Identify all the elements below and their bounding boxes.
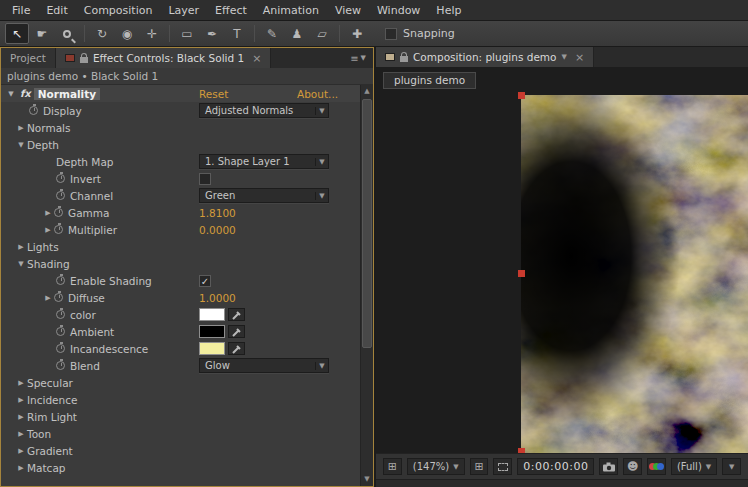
twirl-right-icon[interactable]: ▶ xyxy=(15,396,27,404)
effect-row-gamma[interactable]: ▶Gamma1.8100 xyxy=(1,204,373,221)
pen-tool[interactable]: ✒ xyxy=(200,23,224,44)
display-dropdown[interactable]: Adjusted Normals▼ xyxy=(199,103,329,118)
eraser-tool[interactable]: ▱ xyxy=(310,23,334,44)
shape-tool[interactable]: ▭ xyxy=(175,23,199,44)
effect-row-diffuse[interactable]: ▶Diffuse1.0000 xyxy=(1,289,373,306)
stopwatch-icon[interactable] xyxy=(56,344,65,353)
puppet-pin-tool[interactable]: ✚ xyxy=(345,23,369,44)
menu-help[interactable]: Help xyxy=(428,0,469,21)
scrollbar-thumb[interactable] xyxy=(362,99,372,348)
ambient-swatch[interactable] xyxy=(199,325,225,338)
effect-row-specular[interactable]: ▶Specular xyxy=(1,374,373,391)
effect-row-incidence[interactable]: ▶Incidence xyxy=(1,391,373,408)
show-snapshot-icon[interactable]: ☻ xyxy=(623,458,642,475)
effect-row-enable-shading[interactable]: Enable Shading✓ xyxy=(1,272,373,289)
twirl-right-icon[interactable]: ▶ xyxy=(15,447,27,455)
snapshot-camera-icon[interactable] xyxy=(599,458,618,475)
brush-tool[interactable]: ✎ xyxy=(260,23,284,44)
menu-effect[interactable]: Effect xyxy=(207,0,255,21)
stopwatch-icon[interactable] xyxy=(56,174,65,183)
close-tab-icon[interactable]: × xyxy=(249,53,261,64)
menu-edit[interactable]: Edit xyxy=(38,0,75,21)
reset-link[interactable]: Reset xyxy=(199,88,228,100)
enable-shading-checkbox[interactable]: ✓ xyxy=(199,275,211,287)
twirl-right-icon[interactable]: ▶ xyxy=(42,226,54,234)
panel-menu-button[interactable]: ≡ ▼ xyxy=(343,48,373,68)
stopwatch-icon[interactable] xyxy=(54,225,63,234)
incandescence-swatch[interactable] xyxy=(199,342,225,355)
vertical-scrollbar[interactable]: ▲ ▼ xyxy=(360,85,373,486)
chevron-down-icon[interactable]: ▼ xyxy=(562,53,567,61)
composition-frame[interactable] xyxy=(521,95,748,453)
invert-checkbox[interactable] xyxy=(199,173,211,185)
stopwatch-icon[interactable] xyxy=(56,191,65,200)
effect-row-toon[interactable]: ▶Toon xyxy=(1,425,373,442)
region-of-interest-icon[interactable] xyxy=(493,458,512,475)
stopwatch-icon[interactable] xyxy=(56,276,65,285)
tab-effect-controls[interactable]: Effect Controls: Black Solid 1 × xyxy=(56,48,271,68)
effect-row-color[interactable]: color xyxy=(1,306,373,323)
composition-name-button[interactable]: plugins demo xyxy=(383,72,476,89)
effect-row-invert[interactable]: Invert xyxy=(1,170,373,187)
twirl-right-icon[interactable]: ▶ xyxy=(15,379,27,387)
effect-row-shading[interactable]: ▼Shading xyxy=(1,255,373,272)
layer-handle-mid-left[interactable] xyxy=(518,270,525,277)
channel-dropdown[interactable]: Green▼ xyxy=(199,188,329,203)
stopwatch-icon[interactable] xyxy=(54,293,63,302)
resolution-select[interactable]: (Full) ▼ xyxy=(671,458,717,475)
diffuse-value[interactable]: 1.0000 xyxy=(199,292,236,304)
menu-animation[interactable]: Animation xyxy=(255,0,327,21)
multiplier-value[interactable]: 0.0000 xyxy=(199,224,236,236)
safe-zones-icon[interactable]: ⊞ xyxy=(470,458,489,475)
eyedropper-icon[interactable] xyxy=(228,325,245,338)
twirl-down-icon[interactable]: ▼ xyxy=(15,260,27,268)
timecode-display[interactable]: 0:00:00:00 xyxy=(517,458,594,475)
effect-header-row[interactable]: ▼ fx Normality Reset About... xyxy=(1,85,373,102)
hand-tool[interactable]: ☛ xyxy=(30,23,54,44)
stopwatch-icon[interactable] xyxy=(29,106,38,115)
effect-row-rim-light[interactable]: ▶Rim Light xyxy=(1,408,373,425)
tab-project[interactable]: Project xyxy=(1,48,56,68)
effect-row-matcap[interactable]: ▶Matcap xyxy=(1,459,373,476)
twirl-right-icon[interactable]: ▶ xyxy=(15,243,27,251)
clone-stamp-tool[interactable]: ♟ xyxy=(285,23,309,44)
pan-behind-tool[interactable]: ✛ xyxy=(140,23,164,44)
eyedropper-icon[interactable] xyxy=(228,308,245,321)
color-swatch[interactable] xyxy=(199,308,225,321)
effect-row-channel[interactable]: ChannelGreen▼ xyxy=(1,187,373,204)
snapping-checkbox[interactable] xyxy=(385,28,397,40)
tab-composition[interactable]: Composition: plugins demo ▼ × xyxy=(376,47,594,67)
menu-view[interactable]: View xyxy=(327,0,369,21)
twirl-down-icon[interactable]: ▼ xyxy=(5,90,17,98)
twirl-right-icon[interactable]: ▶ xyxy=(42,209,54,217)
unified-camera-tool[interactable]: ◉ xyxy=(115,23,139,44)
effect-row-ambient[interactable]: Ambient xyxy=(1,323,373,340)
close-tab-icon[interactable]: × xyxy=(572,52,584,63)
fx-badge-icon[interactable]: fx xyxy=(20,88,31,99)
menu-composition[interactable]: Composition xyxy=(76,0,161,21)
menu-layer[interactable]: Layer xyxy=(160,0,207,21)
twirl-right-icon[interactable]: ▶ xyxy=(15,464,27,472)
twirl-right-icon[interactable]: ▶ xyxy=(15,430,27,438)
layer-handle-bottom-left[interactable] xyxy=(518,448,525,453)
effect-row-lights[interactable]: ▶Lights xyxy=(1,238,373,255)
stopwatch-icon[interactable] xyxy=(56,310,65,319)
effect-row-normals[interactable]: ▶Normals xyxy=(1,119,373,136)
twirl-right-icon[interactable]: ▶ xyxy=(42,294,54,302)
blend-dropdown[interactable]: Glow▼ xyxy=(199,358,329,373)
effect-row-depth-map[interactable]: Depth Map1. Shape Layer 1▼ xyxy=(1,153,373,170)
depth-map-dropdown[interactable]: 1. Shape Layer 1▼ xyxy=(199,154,329,169)
effect-row-gradient[interactable]: ▶Gradient xyxy=(1,442,373,459)
rotation-tool[interactable]: ↻ xyxy=(90,23,114,44)
zoom-tool[interactable] xyxy=(55,23,79,44)
stopwatch-icon[interactable] xyxy=(56,361,65,370)
scroll-up-icon[interactable]: ▲ xyxy=(361,85,373,98)
eyedropper-icon[interactable] xyxy=(228,342,245,355)
gamma-value[interactable]: 1.8100 xyxy=(199,207,236,219)
menu-file[interactable]: File xyxy=(4,0,38,21)
effect-name[interactable]: Normality xyxy=(34,88,100,100)
scroll-down-icon[interactable]: ▼ xyxy=(361,473,373,486)
twirl-right-icon[interactable]: ▶ xyxy=(15,413,27,421)
show-channels-icon[interactable] xyxy=(647,458,666,475)
twirl-right-icon[interactable]: ▶ xyxy=(15,124,27,132)
